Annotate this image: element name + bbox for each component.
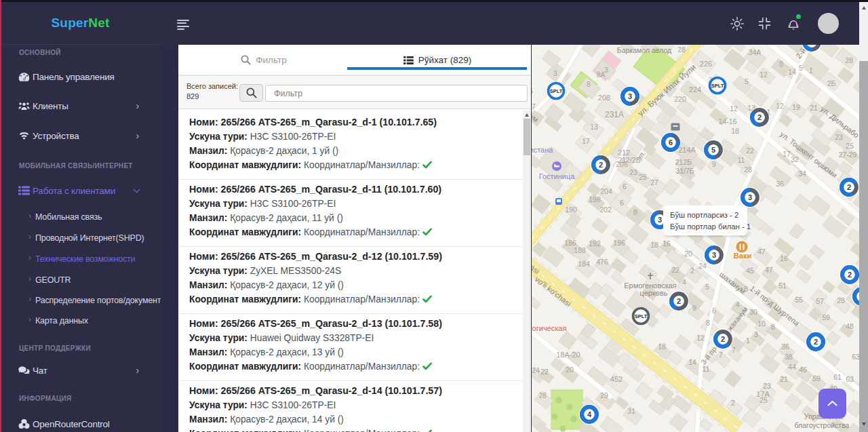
svg-text:28: 28: [837, 296, 845, 305]
svg-text:12: 12: [760, 71, 768, 79]
svg-text:1: 1: [746, 336, 750, 345]
svg-text:11: 11: [738, 156, 745, 164]
svg-text:55: 55: [795, 296, 803, 304]
svg-text:20: 20: [566, 366, 574, 374]
svg-text:188: 188: [574, 246, 586, 254]
svg-text:6: 6: [623, 182, 627, 191]
svg-text:29: 29: [600, 391, 608, 399]
svg-text:184: 184: [578, 260, 590, 268]
svg-text:231А: 231А: [605, 110, 624, 119]
svg-text:61: 61: [833, 373, 842, 381]
svg-text:Бўш портларсиз - 2: Бўш портларсиз - 2: [670, 211, 738, 219]
svg-text:5: 5: [799, 64, 803, 72]
svg-text:8: 8: [771, 323, 775, 331]
svg-text:Баркамол авлод: Баркамол авлод: [617, 46, 671, 54]
svg-text:20: 20: [684, 250, 692, 258]
svg-text:206: 206: [616, 160, 628, 168]
svg-text:2: 2: [847, 183, 851, 191]
svg-text:25: 25: [639, 173, 647, 181]
svg-text:6: 6: [712, 307, 716, 315]
svg-text:28: 28: [677, 45, 686, 54]
svg-text:30: 30: [749, 308, 757, 316]
svg-text:2: 2: [599, 161, 603, 169]
svg-text:31: 31: [627, 407, 635, 415]
svg-text:12: 12: [696, 334, 705, 342]
svg-text:1: 1: [809, 66, 813, 75]
svg-text:2: 2: [814, 338, 818, 346]
svg-text:48: 48: [846, 322, 854, 330]
svg-text:7: 7: [732, 346, 736, 354]
svg-text:46: 46: [799, 366, 807, 374]
svg-text:5: 5: [532, 87, 533, 95]
svg-text:11: 11: [703, 365, 710, 373]
svg-text:18А-20: 18А-20: [556, 351, 580, 359]
svg-text:14-16: 14-16: [719, 117, 737, 125]
svg-text:3: 3: [712, 251, 716, 259]
svg-text:32: 32: [791, 155, 799, 163]
svg-text:192: 192: [589, 239, 601, 248]
svg-text:8: 8: [706, 319, 710, 327]
svg-text:5: 5: [745, 77, 749, 85]
svg-text:2: 2: [757, 113, 762, 121]
svg-text:204: 204: [600, 187, 612, 195]
svg-text:21: 21: [810, 104, 818, 112]
svg-text:47: 47: [765, 266, 773, 274]
svg-text:51: 51: [778, 281, 787, 290]
svg-text:196: 196: [613, 239, 625, 247]
svg-text:47: 47: [757, 248, 766, 256]
svg-text:4: 4: [682, 278, 686, 286]
svg-text:17: 17: [582, 137, 590, 145]
svg-text:7: 7: [719, 351, 723, 359]
svg-text:12: 12: [730, 104, 738, 113]
svg-text:9: 9: [712, 160, 716, 168]
svg-text:огическая: огическая: [532, 324, 567, 332]
svg-text:18: 18: [658, 342, 666, 351]
svg-text:226: 226: [700, 60, 712, 68]
svg-text:224: 224: [689, 85, 701, 94]
svg-text:10: 10: [757, 319, 766, 328]
svg-text:7: 7: [532, 102, 536, 111]
svg-text:28: 28: [845, 56, 853, 64]
svg-text:220: 220: [674, 95, 686, 103]
svg-text:5: 5: [705, 283, 709, 291]
svg-text:31/7Б: 31/7Б: [675, 167, 694, 175]
svg-text:истана: истана: [532, 146, 553, 154]
svg-text:21: 21: [780, 375, 788, 383]
svg-text:23: 23: [835, 133, 843, 141]
svg-text:24: 24: [532, 366, 540, 374]
svg-text:3: 3: [748, 193, 752, 201]
svg-text:8: 8: [633, 208, 637, 216]
svg-text:22: 22: [540, 368, 549, 376]
svg-text:44: 44: [788, 363, 796, 371]
svg-text:27-29: 27-29: [839, 151, 857, 159]
svg-text:214А: 214А: [678, 146, 696, 154]
svg-text:Ваки: Ваки: [734, 252, 751, 260]
svg-text:14: 14: [688, 358, 696, 366]
svg-text:27: 27: [650, 178, 658, 186]
svg-text:25: 25: [760, 396, 768, 404]
svg-text:57: 57: [816, 297, 824, 305]
svg-text:3: 3: [604, 66, 608, 74]
svg-text:198: 198: [589, 195, 601, 203]
svg-text:8: 8: [779, 60, 783, 68]
svg-text:19: 19: [792, 103, 800, 111]
svg-text:8: 8: [587, 80, 591, 88]
svg-text:13: 13: [590, 123, 598, 131]
svg-text:18: 18: [650, 241, 658, 249]
svg-text:38: 38: [785, 353, 793, 361]
svg-text:2: 2: [721, 335, 725, 343]
svg-text:SPLT: SPLT: [635, 313, 648, 319]
svg-text:SPLT: SPLT: [550, 88, 563, 94]
svg-text:2: 2: [677, 297, 681, 305]
svg-text:3: 3: [658, 216, 662, 224]
svg-text:34А: 34А: [749, 48, 762, 56]
svg-text:190: 190: [565, 205, 577, 214]
svg-text:59: 59: [812, 374, 821, 382]
svg-text:63: 63: [852, 353, 859, 361]
svg-text:6: 6: [669, 138, 673, 146]
svg-text:17: 17: [783, 150, 791, 158]
svg-text:36: 36: [781, 342, 789, 351]
svg-text:6: 6: [620, 199, 624, 207]
svg-text:2: 2: [731, 399, 735, 407]
svg-text:Гостиница: Гостиница: [539, 172, 576, 180]
